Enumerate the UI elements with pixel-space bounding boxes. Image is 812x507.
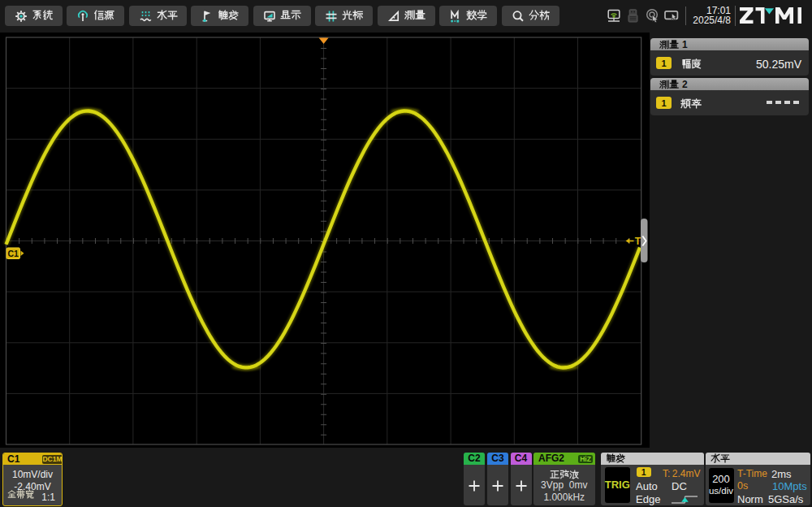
svg-text:T: T (635, 236, 641, 247)
svg-text:C1: C1 (7, 249, 19, 258)
